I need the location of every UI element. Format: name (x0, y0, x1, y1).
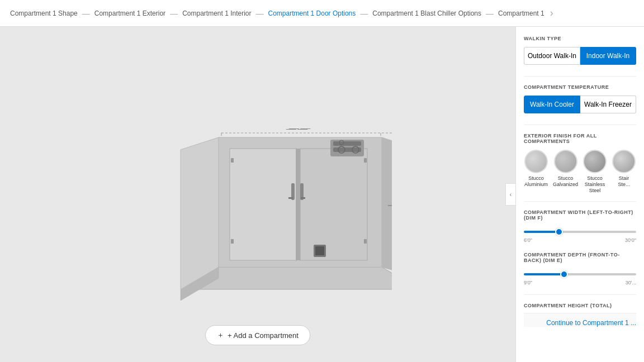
cooler-button[interactable]: Walk-In Cooler (524, 96, 580, 113)
svg-marker-13 (181, 137, 219, 289)
breadcrumb-comp2[interactable]: Compartment 1 (495, 7, 548, 20)
breadcrumb-sep-2: — (170, 9, 178, 18)
plus-icon: ＋ (217, 330, 224, 340)
main-area: —— —— —— (0, 27, 644, 362)
svg-rect-26 (364, 239, 367, 244)
right-panel: WALKIN TYPE Outdoor Walk-In Indoor Walk-… (515, 27, 644, 362)
breadcrumb-exterior[interactable]: Compartment 1 Exterior (91, 7, 169, 20)
panel-collapse-button[interactable]: ‹ (505, 183, 515, 206)
divider-2 (524, 125, 636, 125)
width-min-label: 6'0" (524, 237, 532, 243)
svg-text:|: | (388, 205, 392, 206)
width-slider-wrapper (524, 225, 636, 235)
depth-min-label: 9'0" (524, 280, 532, 285)
add-compartment-label: + Add a Compartment (228, 331, 299, 340)
depth-max-label: 30'... (626, 280, 636, 285)
divider-4 (524, 294, 636, 295)
breadcrumb-bar: Compartment 1 Shape — Compartment 1 Exte… (0, 0, 644, 27)
breadcrumb-sep-5: — (486, 9, 494, 18)
walkin-type-group: Outdoor Walk-In Indoor Walk-In (524, 47, 636, 65)
breadcrumb-blast[interactable]: Compartment 1 Blast Chiller Options (369, 7, 485, 20)
walkin-3d-view: —— —— —— (124, 88, 392, 301)
finish-label-stucco-alum: StuccoAluminium (524, 175, 548, 188)
finish-label-stain-ss: StairSte... (618, 175, 629, 188)
continue-button[interactable]: Continue to Compartment 1 ... (524, 313, 636, 327)
freezer-button[interactable]: Walk-In Freezer (580, 96, 636, 113)
divider-3 (524, 201, 636, 202)
chevron-left-icon: ‹ (510, 192, 512, 198)
finish-label-stucco-ss: StuccoStainlessSteel (585, 175, 605, 193)
breadcrumb-sep-3: — (256, 9, 264, 18)
svg-rect-21 (301, 197, 305, 199)
svg-rect-30 (333, 141, 361, 146)
width-slider[interactable] (524, 231, 636, 233)
breadcrumb-shape[interactable]: Compartment 1 Shape (7, 7, 81, 20)
finish-stucco-alum[interactable]: StuccoAluminium (524, 150, 548, 193)
finish-circle-stucco-alum (524, 150, 548, 173)
svg-rect-20 (288, 197, 293, 199)
svg-rect-17 (300, 149, 367, 260)
finish-circle-stain-ss (612, 150, 636, 173)
svg-rect-24 (231, 239, 234, 244)
finish-label-stucco-galv: StuccoGalvanized (553, 175, 578, 188)
svg-text:——  ——: —— —— (289, 126, 311, 131)
svg-rect-23 (231, 158, 234, 163)
finish-stucco-galv[interactable]: StuccoGalvanized (553, 150, 578, 193)
svg-marker-15 (382, 137, 392, 278)
finish-circle-stucco-ss (583, 150, 607, 173)
width-max-label: 30'0" (625, 237, 636, 243)
view-area: —— —— —— (0, 27, 515, 362)
svg-rect-28 (315, 246, 324, 255)
depth-range-labels: 9'0" 30'... (524, 280, 636, 285)
breadcrumb-interior[interactable]: Compartment 1 Interior (179, 7, 254, 20)
depth-slider-wrapper (524, 268, 636, 278)
temperature-group: Walk-In Cooler Walk-In Freezer (524, 96, 636, 113)
width-slider-section: COMPARTMENT WIDTH (LEFT-TO-RIGHT) (DIM F… (524, 209, 636, 243)
svg-rect-22 (296, 149, 300, 260)
height-slider-label: COMPARTMENT HEIGHT (TOTAL) (524, 303, 636, 308)
add-compartment-button[interactable]: ＋ + Add a Compartment (205, 325, 310, 345)
finish-stucco-ss[interactable]: StuccoStainlessSteel (583, 150, 607, 193)
depth-slider-label: COMPARTMENT DEPTH (FRONT-TO-BACK) (DIM E… (524, 252, 636, 263)
indoor-walkin-button[interactable]: Indoor Walk-In (580, 47, 636, 65)
outdoor-walkin-button[interactable]: Outdoor Walk-In (524, 47, 580, 65)
walkin-type-label: WALKIN TYPE (524, 36, 636, 41)
breadcrumb-sep-1: — (82, 9, 90, 18)
svg-rect-31 (333, 147, 361, 152)
width-range-labels: 6'0" 30'0" (524, 237, 636, 243)
breadcrumb-sep-4: — (360, 9, 368, 18)
breadcrumb-door[interactable]: Compartment 1 Door Options (265, 7, 359, 20)
divider-1 (524, 76, 636, 77)
finish-stain-ss[interactable]: StairSte... (612, 150, 636, 193)
breadcrumb-more: › (550, 7, 553, 19)
finish-options: StuccoAluminium StuccoGalvanized StuccoS… (524, 150, 636, 193)
depth-slider-section: COMPARTMENT DEPTH (FRONT-TO-BACK) (DIM E… (524, 252, 636, 285)
svg-rect-16 (230, 149, 297, 260)
exterior-finish-label: EXTERIOR FINISH FOR ALL COMPARTMENTS (524, 133, 636, 144)
depth-slider[interactable] (524, 273, 636, 275)
width-slider-label: COMPARTMENT WIDTH (LEFT-TO-RIGHT) (DIM F… (524, 209, 636, 221)
svg-rect-25 (364, 158, 367, 163)
temperature-label: COMPARTMENT TEMPERATURE (524, 84, 636, 90)
finish-circle-stucco-galv (554, 150, 577, 173)
